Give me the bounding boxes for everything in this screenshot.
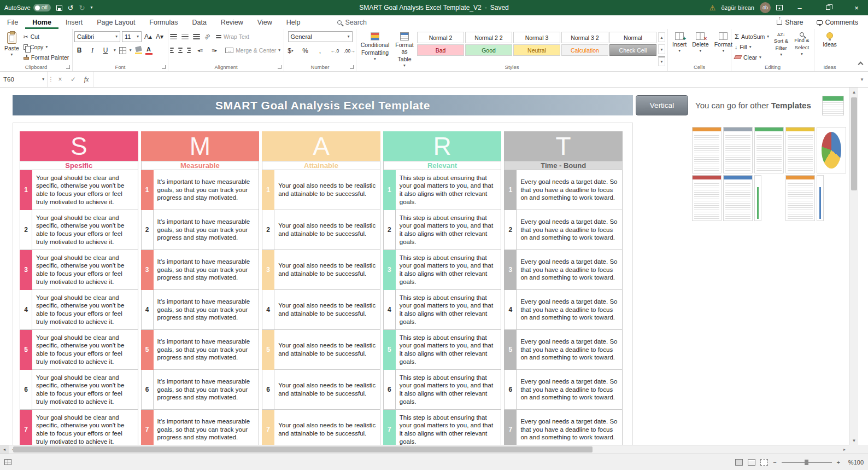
font-dialog-launcher[interactable]	[162, 65, 166, 69]
style-chip-normal-3[interactable]: Normal 3	[513, 32, 560, 43]
style-chip-good[interactable]: Good	[465, 44, 512, 56]
goal-text-cell[interactable]: This step is about ensuring that your go…	[396, 170, 502, 210]
template-thumbnail[interactable]	[817, 175, 824, 222]
row-number-cell[interactable]: 4	[262, 290, 274, 330]
goal-text-cell[interactable]: It's important to have measurable goals,…	[154, 210, 260, 250]
decrease-decimal-button[interactable]: .00→	[345, 45, 355, 56]
goal-text-cell[interactable]: Every goal needs a target date. So that …	[517, 210, 623, 250]
wrap-text-button[interactable]: Wrap Text	[214, 31, 251, 42]
tab-formulas[interactable]: Formulas	[142, 15, 185, 29]
bold-button[interactable]: B	[74, 45, 84, 56]
conditional-formatting-button[interactable]: Conditional Formatting ▾	[358, 31, 392, 62]
row-number-cell[interactable]: 5	[504, 330, 517, 370]
templates-logo[interactable]	[822, 96, 844, 115]
find-select-button[interactable]: Find & Select ▾	[791, 31, 812, 57]
increase-indent-button[interactable]: ≡▸	[209, 45, 219, 56]
gallery-up-icon[interactable]: ▲	[658, 32, 665, 42]
goal-text-cell[interactable]: Your goal also needs to be realistic and…	[274, 370, 380, 410]
row-number-cell[interactable]: 6	[504, 370, 517, 410]
delete-cells-button[interactable]: × Delete ▾	[689, 31, 711, 54]
style-chip-normal[interactable]: Normal	[609, 32, 656, 43]
font-size-select[interactable]: 11 ▾	[122, 31, 142, 42]
comma-style-button[interactable]: ,	[315, 45, 325, 56]
row-number-cell[interactable]: 6	[262, 370, 274, 410]
zoom-slider[interactable]	[782, 462, 832, 463]
autosum-button[interactable]: Σ AutoSum ▾	[733, 31, 771, 42]
goal-text-cell[interactable]: Your goal also needs to be realistic and…	[274, 210, 380, 250]
comments-button[interactable]: Comments	[817, 19, 858, 26]
scroll-right-icon[interactable]: ▸	[840, 447, 849, 452]
row-number-cell[interactable]: 2	[141, 210, 154, 250]
tab-page-layout[interactable]: Page Layout	[90, 15, 142, 29]
alert-icon[interactable]: ⚠	[709, 4, 716, 12]
accounting-format-button[interactable]: $▾	[286, 45, 296, 56]
insert-cells-button[interactable]: + Insert ▾	[670, 31, 689, 54]
formula-input[interactable]	[93, 72, 856, 87]
row-number-cell[interactable]: 5	[141, 330, 154, 370]
row-number-cell[interactable]: 5	[383, 330, 396, 370]
goal-text-cell[interactable]: Your goal should be clear and specific, …	[32, 290, 138, 330]
close-button[interactable]: ×	[845, 0, 868, 15]
clear-button[interactable]: Clear ▾	[733, 52, 771, 62]
goal-text-cell[interactable]: Every goal needs a target date. So that …	[517, 370, 623, 410]
page-layout-view-button[interactable]	[748, 459, 755, 466]
font-name-select[interactable]: Calibri ▾	[74, 31, 120, 42]
formula-bar-expand-icon[interactable]: ▾	[856, 72, 868, 87]
normal-view-button[interactable]	[735, 459, 743, 466]
save-icon[interactable]	[56, 5, 62, 11]
horizontal-scroll-thumb[interactable]	[13, 446, 593, 452]
scroll-down-icon[interactable]: ▼	[850, 436, 858, 445]
increase-font-size-button[interactable]: A▴	[143, 31, 153, 42]
increase-decimal-button[interactable]: ←.0	[330, 45, 340, 56]
goal-text-cell[interactable]: Your goal should be clear and specific, …	[32, 250, 138, 290]
number-dialog-launcher[interactable]	[350, 65, 354, 69]
goal-text-cell[interactable]: It's important to have measurable goals,…	[154, 290, 260, 330]
worksheet[interactable]: SMART Goal Analysis Excel Template Verti…	[0, 88, 849, 445]
decrease-font-size-button[interactable]: A▾	[155, 31, 165, 42]
goal-text-cell[interactable]: Your goal should be clear and specific, …	[32, 410, 138, 445]
align-middle-button[interactable]	[181, 34, 189, 39]
page-break-view-button[interactable]	[760, 459, 768, 466]
row-number-cell[interactable]: 6	[20, 370, 32, 410]
goal-text-cell[interactable]: Every goal needs a target date. So that …	[517, 290, 623, 330]
share-button[interactable]: Share	[777, 19, 803, 26]
row-number-cell[interactable]: 3	[141, 250, 154, 290]
goal-text-cell[interactable]: Your goal should be clear and specific, …	[32, 370, 138, 410]
customize-qat-icon[interactable]: ▾	[91, 5, 93, 10]
sheet-nav-button[interactable]: ◂	[0, 445, 9, 454]
row-number-cell[interactable]: 1	[141, 170, 154, 210]
goal-text-cell[interactable]: Every goal needs a target date. So that …	[517, 170, 623, 210]
goal-text-cell[interactable]: It's important to have measurable goals,…	[154, 410, 260, 445]
gallery-down-icon[interactable]: ▼	[658, 44, 665, 54]
clipboard-dialog-launcher[interactable]	[66, 65, 70, 69]
goal-text-cell[interactable]: Your goal also needs to be realistic and…	[274, 290, 380, 330]
cancel-entry-icon[interactable]: ×	[54, 72, 67, 87]
align-top-button[interactable]	[170, 34, 177, 39]
template-thumbnail[interactable]	[692, 175, 722, 222]
goal-text-cell[interactable]: Your goal should be clear and specific, …	[32, 210, 138, 250]
number-format-select[interactable]: General ▾	[288, 31, 353, 42]
style-chip-check-cell[interactable]: Check Cell	[609, 44, 656, 56]
goal-text-cell[interactable]: Your goal also needs to be realistic and…	[274, 410, 380, 445]
align-left-button[interactable]	[170, 48, 174, 53]
minimize-button[interactable]: –	[788, 0, 811, 15]
goal-text-cell[interactable]: Your goal also needs to be realistic and…	[274, 250, 380, 290]
goal-text-cell[interactable]: This step is about ensuring that your go…	[396, 210, 502, 250]
template-thumbnail[interactable]	[692, 127, 722, 173]
percent-style-button[interactable]: %	[301, 45, 310, 56]
name-box[interactable]: T60 ▾	[0, 72, 48, 87]
accessibility-status-icon[interactable]	[4, 459, 11, 465]
align-center-button[interactable]	[178, 48, 182, 53]
template-thumbnail[interactable]	[785, 175, 815, 222]
tab-insert[interactable]: Insert	[58, 15, 90, 29]
style-chip-bad[interactable]: Bad	[417, 44, 464, 56]
template-thumbnail[interactable]	[754, 175, 761, 222]
goal-text-cell[interactable]: Every goal needs a target date. So that …	[517, 410, 623, 445]
autosave-toggle[interactable]: AutoSave Off	[4, 4, 51, 11]
avatar[interactable]: öb	[760, 2, 771, 13]
cut-button[interactable]: ✂ Cut	[22, 31, 71, 42]
borders-icon[interactable]	[119, 47, 126, 54]
sort-filter-button[interactable]: AZ↓ Sort & Filter ▾	[771, 31, 791, 58]
align-bottom-button[interactable]	[193, 34, 200, 39]
decrease-indent-button[interactable]: ◂≡	[195, 45, 205, 56]
